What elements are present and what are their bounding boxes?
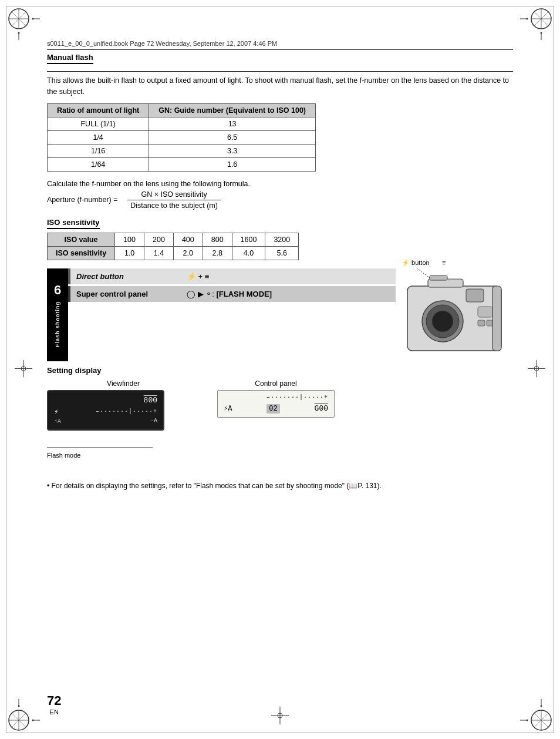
super-control-label: Super control panel: [76, 290, 182, 298]
iso-400: 400: [173, 233, 203, 246]
formula-line: Aperture (f-number) = GN × ISO sensitivi…: [47, 190, 513, 210]
corner-bl: [7, 697, 42, 732]
vf-scale: –·······|·····+: [96, 408, 157, 415]
vf-mode-icon: ⚡A: [54, 418, 61, 425]
svg-point-39: [432, 311, 453, 332]
flash-btn-label: ⚡ button ≡: [402, 259, 446, 267]
flash-mode-line-svg: Flash mode: [47, 445, 200, 462]
svg-point-17: [541, 32, 542, 34]
svg-rect-43: [478, 307, 492, 317]
table-header-gn: GN: Guide number (Equivalent to ISO 100): [149, 103, 316, 117]
vf-bot-row: ⚡A -A: [54, 418, 157, 425]
setting-display-section: Setting display Viewfinder 800 ⚡ –······…: [47, 366, 513, 491]
chapter-tab-area: 6 Flash shooting: [47, 268, 68, 361]
main-content: Manual flash This allows the built-in fl…: [47, 53, 513, 692]
gn-sixteenth: 3.3: [149, 144, 316, 157]
formula-section: Calculate the f-number on the lens using…: [47, 180, 513, 210]
vf-minus-a: -A: [150, 418, 157, 425]
cp-flash-mode: ⚡A: [224, 404, 232, 413]
table-header-ratio: Ratio of amount of light: [48, 103, 149, 117]
super-control-icons: ◯ ▶ ⚬: [FLASH MODE]: [187, 290, 272, 298]
viewfinder-display: 800 ⚡ –·······|·····+ ⚡A -A: [47, 390, 164, 431]
svg-line-47: [413, 268, 430, 278]
direct-button-icons: ⚡ + ≡: [187, 272, 209, 281]
cp-scale: –·······|·····+: [266, 394, 328, 401]
cp-value: 02: [266, 404, 279, 414]
table-row: 1/64 1.6: [48, 157, 316, 171]
vf-top-row: 800: [54, 396, 157, 405]
svg-point-8: [18, 32, 20, 34]
bullet-note: For details on displaying the settings, …: [47, 481, 513, 491]
svg-point-25: [32, 720, 34, 721]
direct-button-label: Direct button: [76, 272, 182, 281]
chapter-number: 6: [54, 283, 61, 298]
controls-area: 6 Flash shooting Direct button ⚡ + ≡ Sup…: [47, 268, 513, 361]
manual-flash-title: Manual flash: [47, 53, 93, 64]
chapter-tab: 6 Flash shooting: [47, 268, 68, 361]
control-panel-display: –·······|·····+ ⚡A 02 G00: [217, 390, 335, 418]
direct-button-row: Direct button ⚡ + ≡: [68, 268, 396, 284]
corner-br: [518, 697, 553, 732]
sens-400: 2.0: [173, 246, 203, 260]
viewfinder-label: Viewfinder: [107, 379, 140, 388]
iso-800: 800: [203, 233, 232, 246]
cp-digits: G00: [315, 404, 328, 413]
manual-flash-description: This allows the built-in flash to output…: [47, 75, 513, 98]
super-control-row: Super control panel ◯ ▶ ⚬: [FLASH MODE]: [68, 286, 396, 302]
setting-display-title: Setting display: [47, 366, 513, 375]
iso-sensitivity-section: ISO sensitivity ISO value 100 200 400 80…: [47, 218, 513, 260]
chapter-label: Flash shooting: [55, 301, 60, 347]
svg-point-16: [527, 18, 528, 20]
ratio-sixteenth: 1/16: [48, 144, 149, 157]
display-panels: Viewfinder 800 ⚡ –·······|·····+ ⚡A -A: [47, 379, 513, 464]
page-number-area: 72 EN: [47, 693, 61, 716]
corner-tr: [518, 7, 553, 42]
vf-flash-icon: ⚡: [54, 407, 59, 416]
svg-rect-41: [430, 276, 447, 280]
cp-bot: ⚡A 02 G00: [224, 404, 328, 414]
svg-text:Flash mode: Flash mode: [47, 452, 80, 459]
iso-sensitivity-row: ISO sensitivity 1.0 1.4 2.0 2.8 4.0 5.6: [48, 246, 299, 260]
page-label: EN: [47, 708, 61, 716]
page-num: 72: [47, 693, 61, 708]
corner-tl: [7, 7, 42, 42]
sens-800: 2.8: [203, 246, 232, 260]
control-panel-group: Control panel –·······|·····+ ⚡A 02 G00: [217, 379, 335, 418]
vf-mid-row: ⚡ –·······|·····+: [54, 407, 157, 416]
right-crosshair: [528, 360, 545, 379]
manual-flash-section: Manual flash This allows the built-in fl…: [47, 53, 513, 210]
ratio-quarter: 1/4: [48, 130, 149, 144]
iso-value-header: ISO value: [48, 233, 115, 246]
gn-sixtyfourth: 1.6: [149, 157, 316, 171]
table-row: 1/16 3.3: [48, 144, 316, 157]
denominator: Distance to the subject (m): [130, 200, 218, 210]
ratio-full: FULL (1/1): [48, 117, 149, 130]
formula-intro: Calculate the f-number on the lens using…: [47, 180, 513, 188]
svg-point-35: [541, 706, 542, 707]
svg-rect-45: [487, 320, 492, 326]
iso-value-row: ISO value 100 200 400 800 1600 3200: [48, 233, 299, 246]
iso-title: ISO sensitivity: [47, 218, 100, 229]
svg-rect-44: [478, 320, 485, 326]
flash-mode-annotation: Flash mode: [47, 445, 200, 464]
iso-200: 200: [144, 233, 174, 246]
sens-100: 1.0: [115, 246, 144, 260]
vf-top-digits: 800: [144, 396, 157, 405]
control-panel-label: Control panel: [255, 379, 296, 388]
viewfinder-group: Viewfinder 800 ⚡ –·······|·····+ ⚡A -A: [47, 379, 200, 464]
sens-3200: 5.6: [265, 246, 299, 260]
table-row: 1/4 6.5: [48, 130, 316, 144]
button-rows: Direct button ⚡ + ≡ Super control panel …: [68, 268, 396, 361]
svg-rect-46: [492, 286, 501, 351]
fraction: GN × ISO sensitivity Distance to the sub…: [127, 190, 221, 210]
sens-200: 1.4: [144, 246, 174, 260]
iso-table: ISO value 100 200 400 800 1600 3200 ISO …: [47, 233, 299, 260]
viewfinder-wrapper: 800 ⚡ –·······|·····+ ⚡A -A: [47, 390, 200, 464]
header-text: s0011_e_00_0_unified.book Page 72 Wednes…: [47, 40, 277, 47]
bullet-note-text: For details on displaying the settings, …: [52, 482, 382, 490]
manual-flash-table: Ratio of amount of light GN: Guide numbe…: [47, 103, 316, 172]
bottom-crosshair: [271, 707, 289, 726]
iso-sensitivity-header: ISO sensitivity: [48, 246, 115, 260]
cp-top: –·······|·····+: [224, 394, 328, 401]
iso-100: 100: [115, 233, 144, 246]
